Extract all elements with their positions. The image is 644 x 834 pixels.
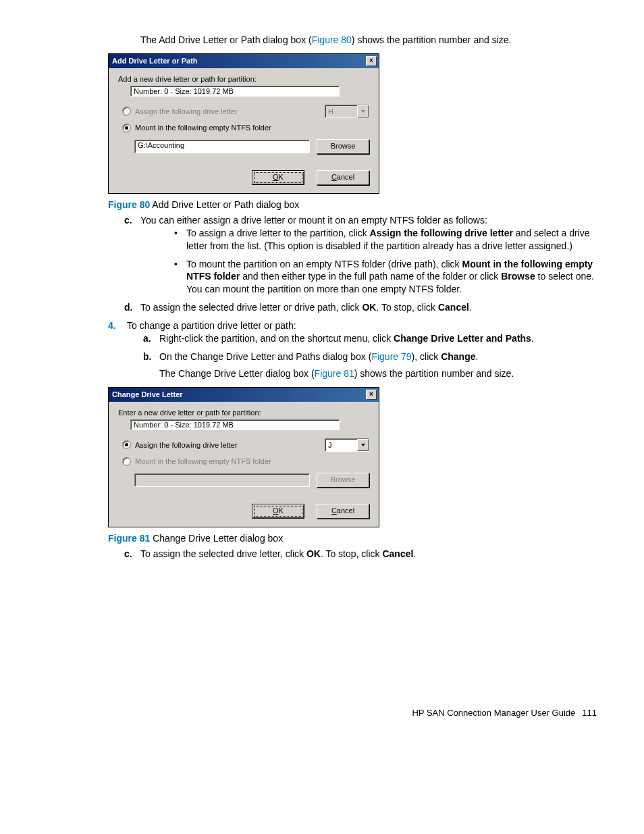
text: and then either type in the full path na… <box>240 271 501 282</box>
dialog-titlebar: Change Drive Letter × <box>109 388 379 402</box>
cancel-button[interactable]: Cancel <box>317 504 369 519</box>
close-icon[interactable]: × <box>366 56 377 66</box>
bold: Change <box>441 351 475 362</box>
partition-info-box: Number: 0 - Size: 1019.72 MB <box>130 86 340 97</box>
cancel-button[interactable]: Cancel <box>317 170 369 185</box>
text: ) shows the partition number and size. <box>352 34 512 45</box>
text: To mount the partition on an empty NTFS … <box>186 259 462 269</box>
ntfs-path-input <box>134 473 310 487</box>
drive-letter-select[interactable]: J <box>325 438 369 452</box>
text: You can either assign a drive letter or … <box>140 215 487 226</box>
text: To assign the selected drive letter, cli… <box>140 548 306 559</box>
marker: b. <box>143 350 151 363</box>
path-input-row: G:\Accounting Browse <box>118 138 369 154</box>
drive-letter-select[interactable]: H <box>325 105 369 118</box>
figure-81-caption: Figure 81 Change Drive Letter dialog box <box>108 533 597 544</box>
marker: a. <box>143 332 151 345</box>
dialog-titlebar: Add Drive Letter or Path × <box>109 54 379 68</box>
bold: Cancel <box>382 548 413 559</box>
ok-button[interactable]: OK <box>252 170 304 185</box>
text: . To stop, click <box>321 548 383 559</box>
step-d: d. To assign the selected drive letter o… <box>108 301 597 314</box>
text: To change a partition drive letter or pa… <box>127 320 296 331</box>
ok-button[interactable]: OK <box>252 504 304 519</box>
assign-letter-radio-row: Assign the following drive letter H <box>122 105 369 118</box>
marker: 4. <box>108 319 116 332</box>
close-icon[interactable]: × <box>366 390 377 400</box>
bold: Assign the following drive letter <box>370 228 513 238</box>
ntfs-path-input[interactable]: G:\Accounting <box>134 140 310 153</box>
mount-folder-radio[interactable] <box>122 457 131 466</box>
marker: c. <box>124 548 132 561</box>
text: The Change Drive Letter dialog box ( <box>159 368 315 379</box>
drive-letter-value: H <box>328 107 333 115</box>
step-4a: a. Right-click the partition, and on the… <box>127 332 597 345</box>
figure-text: Change Drive Letter dialog box <box>150 533 283 544</box>
figure-80-link[interactable]: Figure 80 <box>312 34 352 45</box>
step-c: c.You can either assign a drive letter o… <box>108 214 597 296</box>
dialog-body: Add a new drive letter or path for parti… <box>109 68 379 193</box>
assign-letter-radio-row: Assign the following drive letter J <box>122 438 369 452</box>
substeps-c-d: c.You can either assign a drive letter o… <box>108 214 597 314</box>
figure-number: Figure 81 <box>108 533 150 544</box>
figure-81-link[interactable]: Figure 81 <box>315 368 354 379</box>
mount-folder-radio-row: Mount in the following empty NTFS folder <box>122 457 369 466</box>
ok-text-tail: K <box>279 173 284 181</box>
text: The Add Drive Letter or Path dialog box … <box>140 34 312 45</box>
text: To assign a drive letter to the partitio… <box>186 228 370 238</box>
dialog-title: Add Drive Letter or Path <box>112 57 198 65</box>
figure-text: Add Drive Letter or Path dialog box <box>150 199 299 210</box>
text: . To stop, click <box>376 302 438 313</box>
change-drive-letter-dialog: Change Drive Letter × Enter a new drive … <box>108 387 379 527</box>
text: Right-click the partition, and on the sh… <box>159 333 394 344</box>
step-4c: c. To assign the selected drive letter, … <box>108 548 597 561</box>
page-footer: HP SAN Connection Manager User Guide 111 <box>41 566 597 718</box>
bullet-mount: To mount the partition on an empty NTFS … <box>140 258 597 296</box>
dialog-button-row: OK Cancel <box>118 170 369 185</box>
mount-folder-radio-row: Mount in the following empty NTFS folder <box>122 124 369 132</box>
step-c-bullets: To assign a drive letter to the partitio… <box>140 227 597 296</box>
path-input-row: Browse <box>118 471 369 488</box>
marker: c. <box>124 214 132 227</box>
text: . <box>413 548 416 559</box>
step-4-item: 4.To change a partition drive letter or … <box>108 319 597 380</box>
assign-letter-label: Assign the following drive letter <box>135 107 238 115</box>
cancel-text-tail: ancel <box>337 173 354 181</box>
browse-button: Browse <box>317 473 369 488</box>
intro-paragraph: The Add Drive Letter or Path dialog box … <box>140 34 597 47</box>
text: On the Change Drive Letter and Paths dia… <box>159 351 371 362</box>
text: . <box>469 302 472 313</box>
assign-letter-label: Assign the following drive letter <box>135 441 238 449</box>
add-drive-letter-dialog: Add Drive Letter or Path × Add a new dri… <box>108 53 379 194</box>
footer-title: HP SAN Connection Manager User Guide <box>412 708 575 718</box>
browse-button[interactable]: Browse <box>317 139 369 154</box>
bold: Cancel <box>438 302 469 313</box>
text: ), click <box>412 351 441 362</box>
step-4c-list: c. To assign the selected drive letter, … <box>108 548 597 561</box>
dialog-body: Enter a new drive letter or path for par… <box>109 402 379 527</box>
page: The Add Drive Letter or Path dialog box … <box>0 0 644 752</box>
bold: OK <box>306 548 321 559</box>
bold: Change Drive Letter and Paths <box>394 333 531 344</box>
figure-80-caption: Figure 80 Add Drive Letter or Path dialo… <box>108 199 597 210</box>
dialog-title: Change Drive Letter <box>112 390 183 398</box>
assign-letter-radio[interactable] <box>122 107 131 115</box>
partition-info-box: Number: 0 - Size: 1019.72 MB <box>130 419 340 430</box>
figure-number: Figure 80 <box>108 199 150 210</box>
text: . <box>475 351 478 362</box>
mount-folder-label: Mount in the following empty NTFS folder <box>135 457 271 465</box>
dialog-prompt: Add a new drive letter or path for parti… <box>118 75 369 83</box>
chevron-down-icon <box>357 105 369 118</box>
step-4b: b. On the Change Drive Letter and Paths … <box>127 350 597 380</box>
chevron-down-icon <box>357 439 369 451</box>
figure-79-link[interactable]: Figure 79 <box>371 351 411 362</box>
bullet-assign: To assign a drive letter to the partitio… <box>140 227 597 253</box>
step-4: 4.To change a partition drive letter or … <box>108 319 597 380</box>
assign-letter-radio[interactable] <box>122 440 131 449</box>
marker: d. <box>124 301 132 314</box>
page-number: 111 <box>582 708 597 718</box>
mount-folder-label: Mount in the following empty NTFS folder <box>135 124 271 132</box>
text: . <box>531 333 534 344</box>
mount-folder-radio[interactable] <box>122 124 131 132</box>
dialog-prompt: Enter a new drive letter or path for par… <box>118 409 369 417</box>
